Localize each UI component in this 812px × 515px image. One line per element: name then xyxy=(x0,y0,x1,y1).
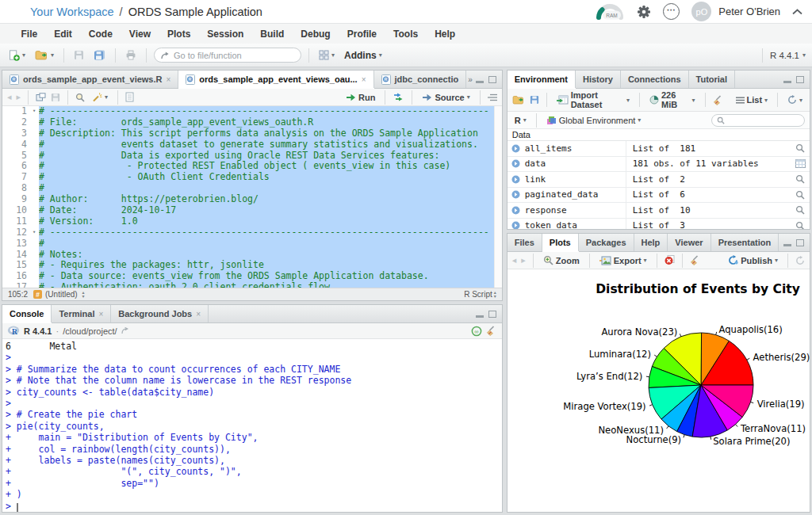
goto-file-search[interactable] xyxy=(154,48,301,63)
back-icon[interactable]: ◂ xyxy=(7,92,12,102)
close-tab-icon[interactable]: × xyxy=(196,310,201,319)
expand-object-icon[interactable] xyxy=(508,141,525,156)
plots-tab-plots[interactable]: Plots xyxy=(542,234,579,251)
maximize-pane-icon[interactable] xyxy=(796,239,804,246)
maximize-pane-icon[interactable] xyxy=(488,76,496,83)
menu-plots[interactable]: Plots xyxy=(159,29,198,40)
menu-build[interactable]: Build xyxy=(252,29,293,40)
environment-search-input[interactable] xyxy=(728,116,799,124)
avatar[interactable]: pO xyxy=(691,2,711,21)
next-plot-icon[interactable]: ▸ xyxy=(521,255,526,265)
environment-tab-connections[interactable]: Connections xyxy=(621,71,689,88)
expand-object-icon[interactable] xyxy=(508,219,525,230)
code-editor[interactable]: 1▾# ------------------------------------… xyxy=(2,106,502,288)
plots-tab-files[interactable]: Files xyxy=(508,234,542,251)
forward-icon[interactable]: ▸ xyxy=(17,92,21,102)
table-icon[interactable] xyxy=(791,157,810,172)
environment-tab-environment[interactable]: Environment xyxy=(508,71,576,88)
maximize-pane-icon[interactable] xyxy=(488,311,496,318)
code-tools-button[interactable]: ▾ xyxy=(90,90,110,104)
menu-profile[interactable]: Profile xyxy=(339,29,385,40)
plots-tab-viewer[interactable]: Viewer xyxy=(668,234,710,251)
refresh-plot-icon[interactable] xyxy=(795,256,805,265)
magnifier-icon[interactable] xyxy=(791,188,810,203)
plots-tab-packages[interactable]: Packages xyxy=(579,234,634,251)
console-output[interactable]: 6 Metal> > # Summarize the data to count… xyxy=(2,339,502,512)
environment-object-row[interactable]: paginated_dataList of 6 xyxy=(508,188,810,204)
close-tab-icon[interactable]: × xyxy=(362,75,366,84)
open-in-new-window-icon[interactable] xyxy=(36,93,46,101)
list-view-button[interactable]: List ▾ xyxy=(733,93,771,106)
save-all-button[interactable] xyxy=(91,48,108,62)
menu-tools[interactable]: Tools xyxy=(385,29,427,40)
chevron-up-icon[interactable] xyxy=(792,9,802,15)
refresh-environment-button[interactable]: ▾ xyxy=(785,93,805,106)
plots-tab-presentation[interactable]: Presentation xyxy=(711,234,779,251)
editor-scrollbar[interactable] xyxy=(494,106,502,288)
import-dataset-button[interactable]: Import Dataset ▾ xyxy=(554,89,632,111)
file-type-selector[interactable]: R Script ▴▾ xyxy=(464,290,496,299)
clear-environment-broom-icon[interactable] xyxy=(713,95,724,105)
environment-object-row[interactable]: data181 obs. of 11 variables xyxy=(508,157,810,173)
console-tab-background-jobs[interactable]: Background Jobs× xyxy=(111,305,209,322)
menu-file[interactable]: File xyxy=(13,29,46,40)
previous-plot-icon[interactable]: ◂ xyxy=(512,255,517,265)
breadcrumb-workspace-link[interactable]: Your Workspace xyxy=(30,6,114,18)
save-workspace-icon[interactable] xyxy=(530,95,539,105)
section-navigator[interactable]: # (Untitled) ▴▾ xyxy=(33,290,85,299)
environment-object-row[interactable]: responseList of 10 xyxy=(508,203,810,219)
magnifier-icon[interactable] xyxy=(791,203,810,218)
save-icon[interactable] xyxy=(51,93,60,102)
close-tab-icon[interactable]: × xyxy=(98,310,103,319)
environment-tab-history[interactable]: History xyxy=(576,71,621,88)
find-icon[interactable] xyxy=(75,93,85,102)
menu-session[interactable]: Session xyxy=(199,29,252,40)
expand-object-icon[interactable] xyxy=(508,157,525,172)
plots-tab-help[interactable]: Help xyxy=(634,234,668,251)
more-options-icon[interactable]: ⋯ xyxy=(663,3,680,20)
remove-plot-icon[interactable] xyxy=(665,255,675,265)
load-workspace-folder-icon[interactable] xyxy=(512,95,525,105)
save-button[interactable] xyxy=(71,48,86,62)
environment-selector[interactable]: Global Environment ▾ xyxy=(544,114,644,127)
document-outline-icon[interactable] xyxy=(488,93,497,101)
run-button[interactable]: Run xyxy=(343,91,377,104)
minimize-pane-icon[interactable] xyxy=(783,239,791,246)
goto-file-input[interactable] xyxy=(174,51,294,60)
expand-object-icon[interactable] xyxy=(508,188,525,203)
environment-object-row[interactable]: all_itemsList of 181 xyxy=(508,141,810,157)
minimize-pane-icon[interactable] xyxy=(476,311,484,318)
menu-help[interactable]: Help xyxy=(427,29,464,40)
source-tab-ords-sample-app-event-views-oau-[interactable]: Rords_sample_app_event_views_oau...× xyxy=(178,71,373,88)
fold-arrow-icon[interactable]: ▾ xyxy=(29,106,39,117)
expand-object-icon[interactable] xyxy=(508,172,525,187)
magnifier-icon[interactable] xyxy=(791,172,810,187)
external-link-icon[interactable] xyxy=(121,327,128,334)
memory-usage-button[interactable]: 226 MiB ▾ xyxy=(647,89,698,111)
print-button[interactable] xyxy=(123,48,139,62)
menu-code[interactable]: Code xyxy=(80,29,121,40)
tab-overflow-icon[interactable]: » xyxy=(466,71,473,88)
environment-object-row[interactable]: token_dataList of 3 xyxy=(508,219,810,230)
clear-plots-broom-icon[interactable] xyxy=(690,255,701,265)
fold-arrow-icon[interactable]: ▾ xyxy=(29,227,39,238)
environment-tab-tutorial[interactable]: Tutorial xyxy=(689,71,736,88)
addins-button[interactable]: Addins ▾ xyxy=(342,48,385,63)
session-status-icon[interactable]: ∞ xyxy=(471,326,482,337)
publish-button[interactable]: Publish ▾ xyxy=(726,254,780,267)
export-plot-button[interactable]: Export ▾ xyxy=(597,254,649,267)
minimize-pane-icon[interactable] xyxy=(476,76,484,83)
language-selector[interactable]: R ▾ xyxy=(512,114,529,127)
source-tab-ords-sample-app-event-views-r[interactable]: Rords_sample_app_event_views.R× xyxy=(2,71,178,88)
menu-debug[interactable]: Debug xyxy=(293,29,339,40)
text-cursor[interactable] xyxy=(17,503,18,512)
open-file-button[interactable]: ▾ xyxy=(33,48,56,62)
menu-view[interactable]: View xyxy=(121,29,159,40)
expand-object-icon[interactable] xyxy=(508,203,525,218)
r-version-selector[interactable]: R 4.4.1 ▾ xyxy=(770,51,806,60)
magnifier-icon[interactable] xyxy=(791,141,810,156)
source-tab-jdbc-connectio[interactable]: Rjdbc_connectio xyxy=(374,71,467,88)
source-button[interactable]: Source ▾ xyxy=(419,91,472,104)
new-file-button[interactable]: ▾ xyxy=(6,48,28,63)
console-tab-console[interactable]: Console xyxy=(2,305,52,322)
